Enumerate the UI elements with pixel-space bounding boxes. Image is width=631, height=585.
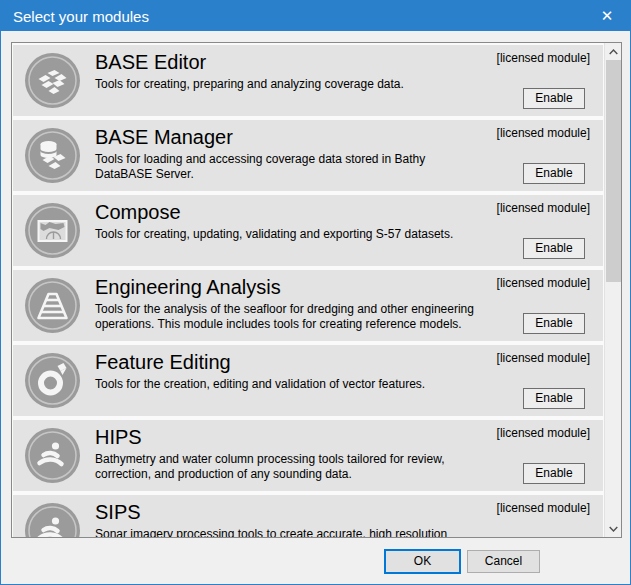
sonar-waves-icon	[24, 427, 81, 484]
chevron-down-icon	[609, 526, 618, 532]
module-enable-button[interactable]: Enable	[523, 238, 585, 259]
module-enable-button[interactable]: Enable	[523, 163, 585, 184]
database-tiles-icon	[24, 127, 81, 184]
module-license-badge: [licensed module]	[497, 201, 590, 215]
ok-button[interactable]: OK	[384, 549, 461, 574]
module-list: BASE Editor Tools for creating, preparin…	[11, 42, 622, 538]
channel-road-icon	[24, 277, 81, 334]
module-description: Tools for creating, preparing and analyz…	[95, 76, 527, 92]
scrollbar[interactable]	[604, 43, 621, 537]
module-rows: BASE Editor Tools for creating, preparin…	[12, 43, 604, 538]
module-license-badge: [licensed module]	[497, 51, 590, 65]
chart-map-icon	[24, 202, 81, 259]
module-description: Tools for loading and accessing coverage…	[95, 151, 527, 182]
module-row[interactable]: Engineering Analysis Tools for the analy…	[13, 270, 603, 341]
disc-pencil-icon	[24, 352, 81, 409]
module-row[interactable]: Feature Editing Tools for the creation, …	[13, 345, 603, 416]
scroll-down-button[interactable]	[605, 520, 622, 537]
scrollbar-thumb[interactable]	[606, 60, 621, 282]
module-enable-button[interactable]: Enable	[523, 88, 585, 109]
module-description: Bathymetry and water column processing t…	[95, 451, 527, 482]
module-enable-button[interactable]: Enable	[523, 388, 585, 409]
titlebar[interactable]: Select your modules ✕	[1, 1, 630, 31]
module-enable-button[interactable]: Enable	[523, 463, 585, 484]
scroll-up-button[interactable]	[605, 43, 622, 60]
grid-tiles-icon	[24, 52, 81, 109]
cancel-button[interactable]: Cancel	[467, 550, 540, 573]
window-title: Select your modules	[1, 8, 149, 25]
chevron-up-icon	[609, 49, 618, 55]
module-description: Tools for the creation, editing and vali…	[95, 376, 527, 392]
sonar-waves-icon	[24, 502, 81, 538]
module-row[interactable]: BASE Editor Tools for creating, preparin…	[13, 45, 603, 116]
module-description: Sonar imagery processing tools to create…	[95, 526, 527, 538]
module-description: Tools for the analysis of the seafloor f…	[95, 301, 527, 332]
module-row[interactable]: Compose Tools for creating, updating, va…	[13, 195, 603, 266]
module-row[interactable]: HIPS Bathymetry and water column process…	[13, 420, 603, 491]
module-description: Tools for creating, updating, validating…	[95, 226, 527, 242]
module-license-badge: [licensed module]	[497, 276, 590, 290]
module-row[interactable]: BASE Manager Tools for loading and acces…	[13, 120, 603, 191]
module-enable-button[interactable]: Enable	[523, 313, 585, 334]
module-license-badge: [licensed module]	[497, 426, 590, 440]
module-row[interactable]: SIPS Sonar imagery processing tools to c…	[13, 495, 603, 538]
close-icon[interactable]: ✕	[584, 1, 630, 31]
module-license-badge: [licensed module]	[497, 501, 590, 515]
select-modules-dialog: Select your modules ✕ BASE Editor Tools …	[0, 0, 631, 585]
module-license-badge: [licensed module]	[497, 351, 590, 365]
module-license-badge: [licensed module]	[497, 126, 590, 140]
